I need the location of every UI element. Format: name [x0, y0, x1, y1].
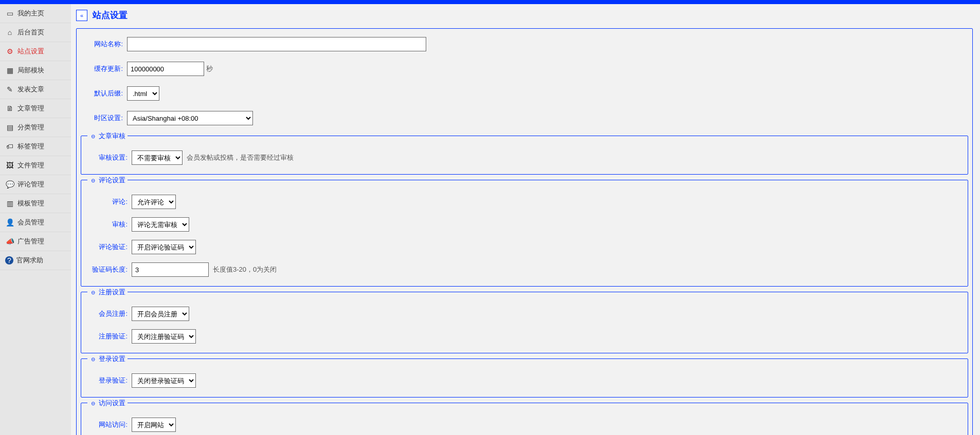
image-icon: 🖼 — [5, 161, 14, 169]
unit-seconds: 秒 — [206, 64, 213, 73]
row-site-name: 网站名称: — [77, 32, 972, 56]
label-comment: 评论: — [85, 197, 132, 206]
sidebar-item-tag-manage[interactable]: 🏷 标签管理 — [0, 137, 71, 156]
row-login-captcha: 登录验证: 关闭登录验证码 — [81, 369, 968, 392]
fieldset-comment-settings: ⊖ 评论设置 评论: 允许评论 审核: 评论无需审核 评论验证: — [81, 180, 968, 287]
row-captcha-length: 验证码长度: 长度值3-20，0为关闭 — [81, 258, 968, 281]
legend-label: 评论设置 — [99, 176, 125, 185]
row-default-suffix: 默认后缀: .html — [77, 81, 972, 106]
hint-review-set: 会员发帖或投稿，是否需要经过审核 — [187, 153, 294, 162]
legend-label: 登录设置 — [99, 354, 125, 364]
select-timezone[interactable]: Asia/Shanghai +08:00 — [127, 111, 253, 125]
speech-icon: 💬 — [5, 180, 14, 188]
list-icon: ▤ — [5, 123, 14, 131]
collapse-icon[interactable]: ⊖ — [89, 355, 97, 363]
row-review-set: 审核设置: 不需要审核 会员发帖或投稿，是否需要经过审核 — [81, 146, 968, 169]
row-cache-update: 缓存更新: 秒 — [77, 56, 972, 81]
row-comment: 评论: 允许评论 — [81, 191, 968, 213]
label-comment-review: 审核: — [85, 220, 132, 229]
label-cache-update: 缓存更新: — [81, 64, 127, 73]
select-site-access[interactable]: 开启网站 — [132, 418, 176, 432]
main-content: « 站点设置 网站名称: 缓存更新: 秒 默认后缀: .html 时区设置: — [71, 4, 980, 435]
legend-label: 注册设置 — [99, 288, 125, 297]
fieldset-access-settings: ⊖ 访问设置 网站访问: 开启网站 — [81, 403, 968, 435]
label-register-captcha: 注册验证: — [85, 332, 132, 341]
sidebar-item-site-settings[interactable]: ⚙ 站点设置 — [0, 42, 71, 61]
user-icon: 👤 — [5, 218, 14, 226]
hint-captcha-length: 长度值3-20，0为关闭 — [213, 265, 277, 274]
select-login-captcha[interactable]: 关闭登录验证码 — [132, 373, 196, 388]
select-default-suffix[interactable]: .html — [127, 86, 159, 101]
top-bar — [0, 0, 980, 4]
gear-icon: ⚙ — [5, 47, 14, 55]
select-review-set[interactable]: 不需要审核 — [132, 150, 183, 165]
sidebar-item-article-manage[interactable]: 🗎 文章管理 — [0, 99, 71, 118]
legend-label: 访问设置 — [99, 399, 125, 408]
select-member-register[interactable]: 开启会员注册 — [132, 307, 189, 321]
sidebar-item-template-manage[interactable]: ▥ 模板管理 — [0, 194, 71, 213]
row-site-access: 网站访问: 开启网站 — [81, 413, 968, 435]
sidebar-item-admin-home[interactable]: ⌂ 后台首页 — [0, 23, 71, 42]
grid-icon: ▦ — [5, 66, 14, 74]
pencil-icon: ✎ — [5, 85, 14, 93]
row-register-captcha: 注册验证: 关闭注册验证码 — [81, 325, 968, 348]
sidebar-item-label: 文章管理 — [17, 104, 44, 113]
sidebar: ▭ 我的主页 ⌂ 后台首页 ⚙ 站点设置 ▦ 局部模块 ✎ 发表文章 🗎 文章管… — [0, 4, 71, 435]
label-comment-captcha: 评论验证: — [85, 242, 132, 252]
collapse-icon[interactable]: ⊖ — [89, 133, 97, 140]
select-comment-review[interactable]: 评论无需审核 — [132, 217, 189, 232]
window-icon: ▭ — [5, 9, 14, 17]
select-comment-captcha[interactable]: 开启评论验证码 — [132, 240, 196, 254]
input-captcha-length[interactable] — [132, 262, 209, 277]
megaphone-icon: 📣 — [5, 237, 14, 245]
sidebar-item-partial-module[interactable]: ▦ 局部模块 — [0, 61, 71, 80]
sidebar-item-ad-manage[interactable]: 📣 广告管理 — [0, 232, 71, 251]
legend-label: 文章审核 — [99, 131, 125, 141]
input-cache-update[interactable] — [127, 62, 204, 76]
input-site-name[interactable] — [127, 37, 426, 51]
sidebar-item-label: 发表文章 — [17, 85, 44, 94]
sidebar-item-label: 评论管理 — [17, 180, 44, 189]
row-member-register: 会员注册: 开启会员注册 — [81, 302, 968, 325]
label-site-name: 网站名称: — [81, 40, 127, 49]
sidebar-item-label: 广告管理 — [17, 237, 44, 246]
tag-icon: 🏷 — [5, 142, 14, 150]
sidebar-item-label: 站点设置 — [17, 47, 44, 56]
collapse-sidebar-button[interactable]: « — [76, 10, 87, 21]
sidebar-item-label: 我的主页 — [17, 9, 44, 18]
label-timezone: 时区设置: — [81, 114, 127, 123]
sidebar-item-label: 局部模块 — [17, 66, 44, 75]
settings-panel: 网站名称: 缓存更新: 秒 默认后缀: .html 时区设置: Asia/Sha… — [76, 28, 973, 435]
layout-icon: ▥ — [5, 199, 14, 207]
sidebar-item-file-manage[interactable]: 🖼 文件管理 — [0, 156, 71, 175]
sidebar-item-official-help[interactable]: ? 官网求助 — [0, 251, 71, 270]
home-icon: ⌂ — [5, 28, 14, 36]
sidebar-item-label: 分类管理 — [17, 123, 44, 132]
sidebar-item-publish-article[interactable]: ✎ 发表文章 — [0, 80, 71, 99]
select-register-captcha[interactable]: 关闭注册验证码 — [132, 329, 196, 344]
label-default-suffix: 默认后缀: — [81, 89, 127, 98]
sidebar-item-label: 模板管理 — [17, 199, 44, 208]
sidebar-item-label: 标签管理 — [17, 142, 44, 151]
fieldset-login-settings: ⊖ 登录设置 登录验证: 关闭登录验证码 — [81, 358, 968, 398]
sidebar-item-category-manage[interactable]: ▤ 分类管理 — [0, 118, 71, 137]
sidebar-item-comment-manage[interactable]: 💬 评论管理 — [0, 175, 71, 194]
document-icon: 🗎 — [5, 104, 14, 112]
sidebar-item-member-manage[interactable]: 👤 会员管理 — [0, 213, 71, 232]
row-comment-captcha: 评论验证: 开启评论验证码 — [81, 236, 968, 258]
collapse-icon[interactable]: ⊖ — [89, 400, 97, 407]
collapse-icon[interactable]: ⊖ — [89, 177, 97, 184]
collapse-icon[interactable]: ⊖ — [89, 289, 97, 296]
sidebar-item-label: 会员管理 — [17, 218, 44, 227]
label-site-access: 网站访问: — [85, 420, 132, 429]
sidebar-item-label: 官网求助 — [16, 256, 43, 265]
page-title: 站点设置 — [93, 9, 128, 21]
fieldset-article-review: ⊖ 文章审核 审核设置: 不需要审核 会员发帖或投稿，是否需要经过审核 — [81, 136, 968, 175]
label-member-register: 会员注册: — [85, 309, 132, 318]
select-comment[interactable]: 允许评论 — [132, 195, 176, 209]
help-icon: ? — [5, 256, 13, 264]
fieldset-register-settings: ⊖ 注册设置 会员注册: 开启会员注册 注册验证: 关闭注册验证码 — [81, 292, 968, 353]
row-timezone: 时区设置: Asia/Shanghai +08:00 — [77, 106, 972, 130]
label-review-set: 审核设置: — [85, 153, 132, 162]
sidebar-item-my-homepage[interactable]: ▭ 我的主页 — [0, 4, 71, 23]
